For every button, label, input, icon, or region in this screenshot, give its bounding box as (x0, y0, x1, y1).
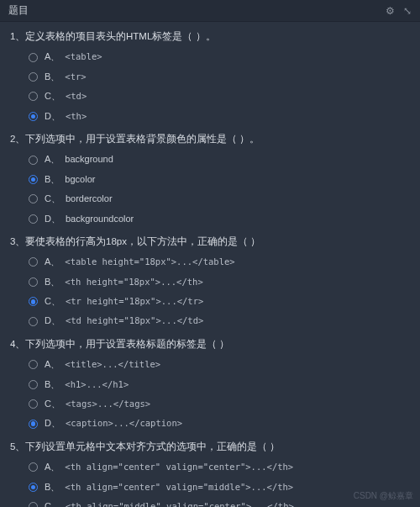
option-row[interactable]: A、<th align="center" valign="center">...… (29, 461, 410, 473)
radio-icon[interactable] (29, 156, 38, 165)
option-row[interactable]: A、<table height="18px">...</table> (29, 256, 410, 268)
option-label: C、<td> (45, 90, 87, 103)
radio-icon[interactable] (29, 399, 38, 409)
option-text: <table> (65, 50, 102, 63)
radio-icon[interactable] (29, 112, 38, 121)
gear-icon[interactable]: ⚙ (386, 5, 395, 17)
radio-icon[interactable] (29, 257, 38, 267)
radio-icon[interactable] (29, 360, 38, 369)
options-group: A、backgroundB、bgcolorC、bordercolorD、back… (10, 153, 410, 225)
radio-icon[interactable] (29, 380, 38, 389)
option-text: <th align="middle" valign="center">...</… (66, 500, 294, 507)
option-letter: A、 (45, 256, 60, 268)
option-row[interactable]: D、backgroundcolor (29, 213, 410, 225)
option-label: C、<tr height="18px">...</tr> (45, 295, 203, 308)
option-text: backgroundcolor (66, 213, 134, 225)
option-text: <title>...</title> (65, 358, 160, 371)
option-letter: B、 (45, 378, 60, 391)
radio-icon[interactable] (29, 420, 38, 429)
radio-icon[interactable] (29, 92, 38, 101)
option-letter: B、 (45, 173, 60, 186)
option-text: <th align="center" valign="center">...</… (65, 461, 293, 473)
radio-icon[interactable] (29, 483, 38, 492)
option-text: <tags>...</tags> (66, 398, 150, 410)
option-row[interactable]: D、<td height="18px">...</td> (29, 314, 410, 327)
option-letter: D、 (45, 314, 60, 327)
question-number: 5、 (10, 439, 25, 454)
option-row[interactable]: A、<table> (29, 50, 410, 63)
option-label: D、<caption>...</caption> (45, 417, 182, 430)
option-letter: D、 (45, 213, 60, 225)
options-group: A、<th align="center" valign="center">...… (10, 461, 410, 507)
option-row[interactable]: D、<th> (29, 110, 410, 123)
option-label: A、<table> (45, 50, 102, 63)
radio-icon[interactable] (29, 53, 38, 62)
question: 2、下列选项中，用于设置表格背景颜色的属性是（ ）。A、backgroundB、… (10, 131, 410, 225)
option-text: <th height="18px">...</th> (65, 276, 202, 288)
option-letter: A、 (45, 461, 60, 473)
question-stem: 4、下列选项中，用于设置表格标题的标签是（ ） (10, 336, 410, 351)
option-label: B、bgcolor (45, 173, 95, 186)
option-row[interactable]: D、<caption>...</caption> (29, 417, 410, 430)
option-row[interactable]: A、<title>...</title> (29, 358, 410, 371)
option-letter: D、 (45, 110, 60, 123)
question-stem: 2、下列选项中，用于设置表格背景颜色的属性是（ ）。 (10, 131, 410, 146)
option-label: B、<th height="18px">...</th> (45, 276, 203, 288)
radio-icon[interactable] (29, 72, 38, 82)
option-row[interactable]: B、<tr> (29, 71, 410, 83)
question-text: 下列设置单元格中文本对齐方式的选项中，正确的是（ ） (25, 439, 280, 454)
radio-icon[interactable] (29, 317, 38, 326)
panel-title: 题目 (8, 4, 29, 17)
option-letter: B、 (45, 481, 60, 494)
option-label: D、<th> (45, 110, 87, 123)
radio-icon[interactable] (29, 462, 38, 472)
question-text: 要使表格的行高为18px，以下方法中，正确的是（ ） (25, 234, 260, 249)
option-label: A、<th align="center" valign="center">...… (45, 461, 293, 473)
panel-header-actions: ⚙ ⤡ (386, 5, 412, 17)
options-group: A、<table height="18px">...</table>B、<th … (10, 256, 410, 328)
options-group: A、<title>...</title>B、<h1>...</h1>C、<tag… (10, 358, 410, 430)
option-label: C、bordercolor (45, 193, 113, 205)
option-row[interactable]: C、<tags>...</tags> (29, 398, 410, 410)
radio-icon[interactable] (29, 175, 38, 184)
question-text: 下列选项中，用于设置表格标题的标签是（ ） (25, 336, 229, 351)
radio-icon[interactable] (29, 194, 38, 203)
options-group: A、<table>B、<tr>C、<td>D、<th> (10, 50, 410, 123)
option-text: bordercolor (66, 193, 113, 205)
option-text: bgcolor (65, 173, 95, 186)
option-label: B、<tr> (45, 71, 87, 83)
option-text: <h1>...</h1> (65, 378, 129, 391)
question: 3、要使表格的行高为18px，以下方法中，正确的是（ ）A、<table hei… (10, 234, 410, 328)
expand-icon[interactable]: ⤡ (403, 5, 412, 17)
option-letter: C、 (45, 398, 60, 410)
option-label: A、<table height="18px">...</table> (45, 256, 235, 268)
option-row[interactable]: B、<th height="18px">...</th> (29, 276, 410, 288)
option-row[interactable]: C、<tr height="18px">...</tr> (29, 295, 410, 308)
option-letter: C、 (45, 295, 60, 308)
question: 4、下列选项中，用于设置表格标题的标签是（ ）A、<title>...</tit… (10, 336, 410, 430)
option-row[interactable]: C、bordercolor (29, 193, 410, 205)
radio-icon[interactable] (29, 502, 38, 507)
radio-icon[interactable] (29, 297, 38, 306)
option-label: B、<th align="center" valign="middle">...… (45, 481, 293, 494)
option-text: <td height="18px">...</td> (66, 314, 203, 327)
question: 1、定义表格的项目表头的HTML标签是（ ）。A、<table>B、<tr>C、… (10, 29, 410, 123)
question-stem: 1、定义表格的项目表头的HTML标签是（ ）。 (10, 29, 410, 44)
question-text: 下列选项中，用于设置表格背景颜色的属性是（ ）。 (25, 131, 260, 146)
questions-list: 1、定义表格的项目表头的HTML标签是（ ）。A、<table>B、<tr>C、… (0, 22, 420, 507)
option-letter: B、 (45, 276, 60, 288)
option-label: A、background (45, 153, 113, 166)
option-letter: C、 (45, 90, 60, 103)
option-text: <td> (66, 90, 87, 103)
option-letter: C、 (45, 193, 60, 205)
option-text: <tr height="18px">...</tr> (66, 295, 203, 308)
option-row[interactable]: B、<h1>...</h1> (29, 378, 410, 391)
option-row[interactable]: A、background (29, 153, 410, 166)
option-row[interactable]: B、bgcolor (29, 173, 410, 186)
option-row[interactable]: C、<td> (29, 90, 410, 103)
option-text: <th align="center" valign="middle">...</… (65, 481, 293, 494)
question: 5、下列设置单元格中文本对齐方式的选项中，正确的是（ ）A、<th align=… (10, 439, 410, 507)
radio-icon[interactable] (29, 277, 38, 287)
radio-icon[interactable] (29, 214, 38, 224)
option-text: <tr> (65, 71, 86, 83)
